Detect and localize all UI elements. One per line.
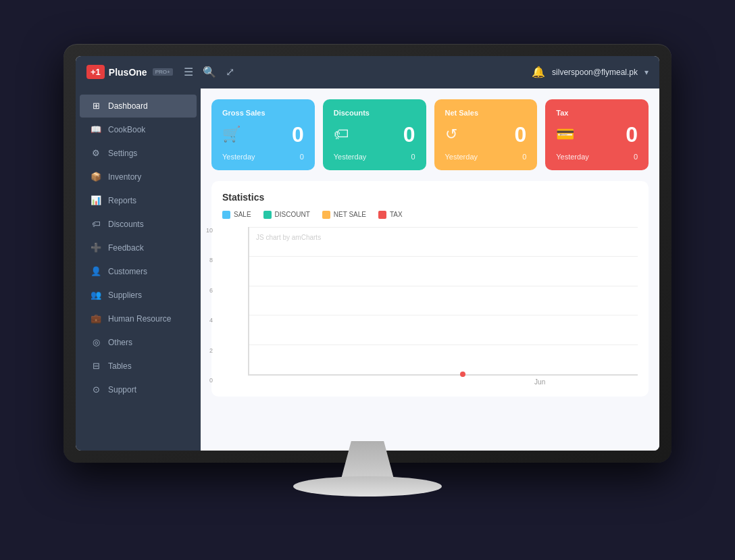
card-tax: Tax 💳 0 Yesterday 0 <box>545 99 649 170</box>
tables-icon: ⊟ <box>91 361 101 372</box>
chart-x-labels: Jun <box>248 378 638 386</box>
bell-icon[interactable]: 🔔 <box>532 66 545 78</box>
statistics-section: Statistics SALE DISCOUNT <box>211 181 649 397</box>
others-icon: ◎ <box>91 337 101 348</box>
hr-icon: 💼 <box>91 313 101 324</box>
sidebar-label-suppliers: Suppliers <box>108 290 142 300</box>
card-footer-tax: Yesterday 0 <box>556 153 638 161</box>
sidebar-item-support[interactable]: ⊙ Support <box>80 378 197 401</box>
card-yesterday-value-net: 0 <box>522 153 526 161</box>
menu-icon[interactable]: ☰ <box>184 66 193 78</box>
chart-data-point <box>460 372 465 377</box>
support-icon: ⊙ <box>91 384 101 395</box>
sidebar-label-support: Support <box>108 385 136 394</box>
sidebar-item-tables[interactable]: ⊟ Tables <box>80 355 197 378</box>
sidebar-label-dashboard: Dashboard <box>108 101 148 111</box>
card-title-net-sales: Net Sales <box>445 109 527 117</box>
y-label-4: 4 <box>206 317 213 324</box>
card-yesterday-value-disc: 0 <box>411 153 415 161</box>
sidebar-label-discounts: Discounts <box>108 220 144 229</box>
chart-container: 10 8 6 4 2 0 <box>228 227 638 386</box>
legend-color-tax <box>378 211 386 219</box>
settings-icon: ⚙ <box>91 148 101 159</box>
card-body-gross-sales: 🛒 0 <box>222 122 304 147</box>
y-label-6: 6 <box>206 287 213 294</box>
sidebar-item-feedback[interactable]: ➕ Feedback <box>80 236 197 259</box>
grid-line-2 <box>249 345 638 345</box>
sidebar-item-reports[interactable]: 📊 Reports <box>80 189 197 212</box>
chart-legend: SALE DISCOUNT NET SALE <box>222 211 638 219</box>
sidebar-item-others[interactable]: ◎ Others <box>80 331 197 354</box>
card-yesterday-value-tax: 0 <box>634 153 638 161</box>
card-yesterday-label-tax: Yesterday <box>556 153 589 161</box>
legend-color-sale <box>222 211 230 219</box>
sidebar-item-cookbook[interactable]: 📖 CookBook <box>80 118 197 141</box>
cookbook-icon: 📖 <box>91 124 101 135</box>
sidebar-label-inventory: Inventory <box>108 172 141 182</box>
sidebar-label-customers: Customers <box>108 267 147 276</box>
card-body-discounts: 🏷 0 <box>334 122 415 147</box>
sidebar-item-hr[interactable]: 💼 Human Resource <box>80 307 197 330</box>
sidebar-item-customers[interactable]: 👤 Customers <box>80 260 197 283</box>
dashboard-icon: ⊞ <box>91 101 101 111</box>
monitor-screen: +1 PlusOne PRO+ ☰ 🔍 ⤢ 🔔 silverspoon@flym… <box>76 56 659 451</box>
card-title-gross-sales: Gross Sales <box>222 109 304 117</box>
sidebar-item-discounts[interactable]: 🏷 Discounts <box>80 213 197 236</box>
legend-item-sale: SALE <box>222 211 251 219</box>
card-yesterday-label-net: Yesterday <box>445 153 478 161</box>
legend-label-net-sale: NET SALE <box>334 211 366 218</box>
user-email: silverspoon@flymeal.pk <box>552 68 638 77</box>
y-label-8: 8 <box>206 257 213 263</box>
logo-area: +1 PlusOne PRO+ <box>86 65 173 79</box>
y-label-2: 2 <box>206 347 213 354</box>
discounts-icon: 🏷 <box>91 219 101 230</box>
card-footer-net-sales: Yesterday 0 <box>445 153 527 161</box>
expand-icon[interactable]: ⤢ <box>226 66 234 78</box>
topbar: +1 PlusOne PRO+ ☰ 🔍 ⤢ 🔔 silverspoon@flym… <box>76 56 659 88</box>
card-title-tax: Tax <box>556 109 638 117</box>
card-footer-gross-sales: Yesterday 0 <box>222 153 304 161</box>
inventory-icon: 📦 <box>91 172 101 182</box>
card-yesterday-value-gross: 0 <box>300 153 304 161</box>
card-net-sales: Net Sales ↺ 0 Yesterday 0 <box>434 99 538 170</box>
grid-line-8 <box>249 256 638 257</box>
logo-pro-badge: PRO+ <box>153 68 173 76</box>
reports-icon: 📊 <box>91 195 101 206</box>
y-label-0: 0 <box>206 377 213 384</box>
sidebar-label-feedback: Feedback <box>108 243 144 253</box>
card-title-discounts: Discounts <box>334 109 415 117</box>
sidebar-item-settings[interactable]: ⚙ Settings <box>80 142 197 165</box>
chart-watermark: JS chart by amCharts <box>256 234 321 241</box>
sidebar-label-reports: Reports <box>108 196 136 205</box>
chevron-down-icon[interactable]: ▾ <box>644 68 649 77</box>
grid-line-10 <box>249 227 638 228</box>
sidebar-label-tables: Tables <box>108 361 132 371</box>
cart-icon: 🛒 <box>222 126 240 143</box>
cards-row: Gross Sales 🛒 0 Yesterday 0 <box>211 99 649 170</box>
card-value-gross-sales: 0 <box>292 122 304 147</box>
logo-text: PlusOne <box>109 67 147 78</box>
card-value-net-sales: 0 <box>514 122 526 147</box>
legend-item-tax: TAX <box>378 211 403 219</box>
legend-label-tax: TAX <box>390 211 403 218</box>
sidebar-item-suppliers[interactable]: 👥 Suppliers <box>80 284 197 307</box>
x-label-jun: Jun <box>519 378 560 386</box>
card-gross-sales: Gross Sales 🛒 0 Yesterday 0 <box>211 99 315 170</box>
card-yesterday-label-gross: Yesterday <box>222 153 255 161</box>
card-yesterday-label-disc: Yesterday <box>334 153 367 161</box>
sidebar-item-dashboard[interactable]: ⊞ Dashboard <box>80 95 197 118</box>
chart-y-labels: 10 8 6 4 2 0 <box>206 227 213 386</box>
y-label-10: 10 <box>206 227 213 234</box>
logo-icon: +1 <box>86 65 105 79</box>
search-icon[interactable]: 🔍 <box>203 66 216 78</box>
content-area: Gross Sales 🛒 0 Yesterday 0 <box>201 88 659 451</box>
legend-label-sale: SALE <box>234 211 251 218</box>
sidebar-item-inventory[interactable]: 📦 Inventory <box>80 166 197 188</box>
feedback-icon: ➕ <box>91 243 101 253</box>
statistics-title: Statistics <box>222 192 638 203</box>
legend-label-discount: DISCOUNT <box>275 211 310 218</box>
grid-line-4 <box>249 315 638 315</box>
legend-color-net-sale <box>322 211 330 219</box>
tag-icon: 🏷 <box>334 126 349 143</box>
sidebar: ⊞ Dashboard 📖 CookBook ⚙ Settings <box>76 88 201 451</box>
